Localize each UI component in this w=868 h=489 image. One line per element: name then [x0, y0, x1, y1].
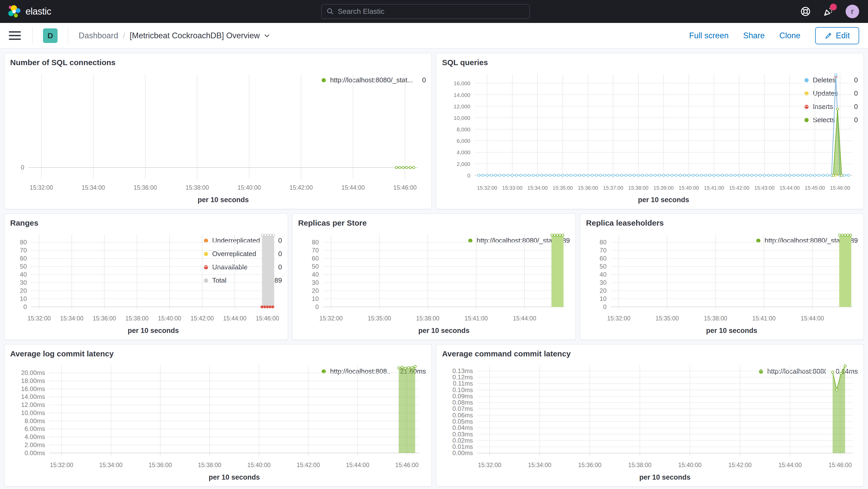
svg-text:80: 80 [312, 239, 319, 246]
svg-text:15:32:00: 15:32:00 [50, 462, 73, 468]
svg-text:20: 20 [20, 287, 27, 294]
svg-text:20.00ms: 20.00ms [21, 369, 45, 376]
svg-text:12.00ms: 12.00ms [21, 401, 45, 408]
svg-text:15:42:00: 15:42:00 [297, 462, 320, 468]
svg-text:15:32:00: 15:32:00 [319, 315, 343, 322]
panel-sql-queries: SQL queries 15:32:0015:33:0015:34:0015:3… [436, 53, 864, 209]
header-right-icons: r [800, 5, 861, 18]
svg-text:50: 50 [600, 263, 607, 270]
svg-text:0.08ms: 0.08ms [453, 399, 473, 406]
chart-sql-queries[interactable]: 15:32:0015:33:0015:34:0015:35:0015:36:00… [442, 67, 804, 204]
svg-text:15:38:00: 15:38:00 [628, 185, 649, 191]
svg-text:8.00ms: 8.00ms [25, 417, 45, 424]
svg-text:15:34:00: 15:34:00 [528, 185, 548, 191]
panel-title[interactable]: Average command commit latency [442, 349, 858, 359]
svg-text:per 10 seconds: per 10 seconds [198, 196, 249, 204]
dashboard-app-badge[interactable]: D [43, 28, 58, 43]
svg-text:15:35:00: 15:35:00 [655, 315, 679, 322]
global-search[interactable] [321, 4, 530, 19]
svg-text:70: 70 [600, 247, 607, 254]
svg-text:15:44:00: 15:44:00 [780, 185, 800, 191]
svg-text:16.00ms: 16.00ms [21, 385, 45, 392]
svg-text:0.05ms: 0.05ms [453, 418, 473, 425]
svg-text:30: 30 [20, 279, 27, 286]
svg-text:15:37:00: 15:37:00 [603, 185, 623, 191]
svg-text:per 10 seconds: per 10 seconds [418, 327, 469, 335]
svg-text:4,000: 4,000 [457, 149, 471, 155]
panel-avg-log-commit-latency: Average log commit latency 15:32:0015:34… [4, 344, 432, 487]
svg-text:15:40:00: 15:40:00 [679, 185, 699, 191]
svg-text:15:34:00: 15:34:00 [82, 184, 105, 191]
panel-title[interactable]: SQL queries [442, 58, 858, 67]
svg-text:15:40:00: 15:40:00 [678, 462, 702, 468]
edit-button[interactable]: Edit [815, 27, 859, 44]
dashboard-toolbar: D Dashboard / [Metricbeat CockroachDB] O… [0, 23, 868, 49]
svg-text:per 10 seconds: per 10 seconds [209, 473, 260, 481]
svg-text:15:46:00: 15:46:00 [830, 185, 850, 191]
svg-text:60: 60 [312, 255, 319, 262]
svg-text:0.02ms: 0.02ms [453, 437, 473, 444]
svg-text:per 10 seconds: per 10 seconds [639, 473, 691, 481]
panel-title[interactable]: Number of SQL connections [10, 58, 426, 67]
full-screen-button[interactable]: Full screen [689, 31, 729, 40]
svg-text:15:44:00: 15:44:00 [778, 462, 802, 468]
svg-text:18.00ms: 18.00ms [21, 377, 45, 384]
chart-ranges[interactable]: 15:32:0015:34:0015:36:0015:38:0015:40:00… [10, 228, 204, 335]
svg-text:15:32:00: 15:32:00 [30, 184, 53, 191]
svg-text:0: 0 [315, 303, 318, 310]
panel-title[interactable]: Average log commit latency [10, 349, 426, 359]
svg-text:0.00ms: 0.00ms [453, 449, 473, 456]
svg-text:15:42:00: 15:42:00 [729, 185, 749, 191]
svg-text:60: 60 [20, 255, 27, 262]
svg-text:0: 0 [603, 303, 607, 310]
chart-replica-leaseholders[interactable]: 15:32:0015:35:0015:38:0015:41:0015:44:00… [586, 228, 756, 335]
page-title[interactable]: [Metricbeat CockroachDB] Overview [130, 31, 270, 40]
chart-avg-command-commit-latency[interactable]: 15:32:0015:34:0015:36:0015:38:0015:40:00… [442, 359, 759, 482]
svg-text:15:41:00: 15:41:00 [704, 185, 724, 191]
svg-text:15:43:00: 15:43:00 [754, 185, 775, 191]
menu-icon[interactable] [9, 31, 21, 40]
svg-text:15:38:00: 15:38:00 [125, 315, 149, 322]
panel-avg-command-commit-latency: Average command commit latency 15:32:001… [436, 344, 864, 487]
svg-text:15:44:00: 15:44:00 [341, 184, 365, 191]
svg-text:12,000: 12,000 [454, 103, 470, 110]
chart-sql-connections[interactable]: 15:32:0015:34:0015:36:0015:38:0015:40:00… [10, 67, 322, 204]
header-search-area [51, 4, 800, 19]
svg-text:0.03ms: 0.03ms [453, 431, 473, 438]
svg-text:30: 30 [312, 279, 319, 286]
svg-text:15:33:00: 15:33:00 [502, 185, 523, 191]
svg-text:15:34:00: 15:34:00 [60, 315, 84, 322]
svg-text:10: 10 [20, 295, 27, 302]
svg-text:4.00ms: 4.00ms [25, 433, 45, 440]
svg-text:15:46:00: 15:46:00 [395, 462, 419, 468]
chart-avg-log-commit-latency[interactable]: 15:32:0015:34:0015:36:0015:38:0015:40:00… [10, 359, 322, 482]
svg-text:30: 30 [600, 279, 607, 286]
svg-text:0.12ms: 0.12ms [453, 374, 473, 380]
svg-text:15:46:00: 15:46:00 [829, 462, 852, 468]
clone-button[interactable]: Clone [779, 31, 801, 40]
svg-text:15:44:00: 15:44:00 [801, 315, 824, 322]
panel-title[interactable]: Ranges [10, 218, 282, 228]
breadcrumb-dashboard[interactable]: Dashboard [79, 31, 118, 40]
svg-text:15:38:00: 15:38:00 [704, 315, 727, 322]
user-avatar[interactable]: r [846, 5, 859, 18]
panel-title[interactable]: Replicas per Store [298, 218, 570, 228]
panel-replicas-per-store: Replicas per Store 15:32:0015:35:0015:38… [292, 213, 576, 340]
svg-text:0.04ms: 0.04ms [453, 424, 473, 431]
search-input[interactable] [338, 7, 525, 16]
search-icon [326, 7, 334, 16]
elastic-logo[interactable]: elastic [7, 4, 51, 19]
svg-text:15:45:00: 15:45:00 [805, 185, 825, 191]
svg-text:15:36:00: 15:36:00 [93, 315, 116, 322]
brand-name: elastic [26, 6, 51, 17]
svg-text:15:40:00: 15:40:00 [247, 462, 271, 468]
svg-text:0: 0 [24, 303, 27, 310]
share-button[interactable]: Share [743, 31, 765, 40]
elastic-logo-icon [7, 4, 21, 19]
help-icon[interactable] [800, 6, 811, 17]
chart-replicas-per-store[interactable]: 15:32:0015:35:0015:38:0015:41:0015:44:00… [298, 228, 468, 335]
whats-new-icon[interactable] [823, 6, 834, 17]
svg-text:15:35:00: 15:35:00 [368, 315, 391, 322]
svg-text:50: 50 [20, 263, 27, 270]
panel-title[interactable]: Replica leaseholders [586, 218, 858, 228]
